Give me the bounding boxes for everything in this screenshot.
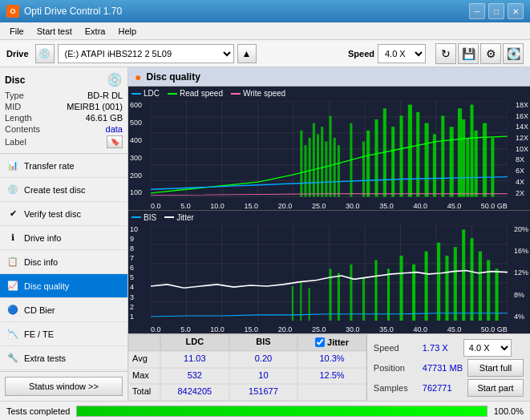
nav-label-verify-test-disc: Verify test disc [24,209,81,219]
sidebar-item-disc-quality[interactable]: 📈 Disc quality [0,274,127,298]
status-window-button[interactable]: Status window >> [5,377,123,396]
read-legend-line [168,93,177,95]
stats-max-jitter: 12.5% [297,368,366,385]
drive-icon: 💿 [35,44,55,63]
sidebar-item-extra-tests[interactable]: 🔧 Extra tests [0,346,127,370]
legend-ldc-label: LDC [144,89,160,98]
speed-row-select[interactable]: 4.0 X [463,339,512,357]
legend-jitter-label: Jitter [176,213,194,222]
disc-icon: 💿 [107,72,123,87]
label-icon-button[interactable]: 🔖 [107,135,123,148]
refresh-button[interactable]: ↻ [435,43,456,64]
window-controls: ─ □ ✕ [469,3,524,19]
stats-avg-jitter: 10.3% [297,351,366,368]
sidebar-item-cd-bier[interactable]: 🔵 CD Bier [0,298,127,322]
svg-rect-83 [487,260,490,321]
cd-bier-icon: 🔵 [6,304,19,317]
speed-section: Speed 4.0 X [348,44,426,63]
nav-label-extra-tests: Extra tests [24,353,66,363]
svg-rect-30 [366,131,370,197]
svg-rect-36 [416,112,419,197]
start-part-button[interactable]: Start part [467,379,524,397]
stats-total-ldc: 8424205 [160,384,229,401]
nav-items: 📊 Transfer rate 💿 Create test disc ✔ Ver… [0,154,127,371]
drive-select-container: 💿 (E:) ATAPI iHBS212 2 5L09 ▲ [35,44,342,63]
save-button[interactable]: 💽 [503,43,524,64]
svg-rect-27 [338,145,340,196]
svg-rect-37 [425,123,429,197]
sidebar-item-drive-info[interactable]: ℹ Drive info [0,226,127,250]
svg-rect-77 [437,242,440,321]
sidebar-item-create-test-disc[interactable]: 💿 Create test disc [0,178,127,202]
svg-rect-31 [374,119,378,197]
close-button[interactable]: ✕ [508,3,524,19]
app-icon: O [6,5,19,18]
svg-rect-44 [470,105,473,197]
stats-max-bis: 10 [229,368,298,385]
speed-select[interactable]: 4.0 X [378,44,426,63]
jitter-label: Jitter [327,337,349,347]
sidebar: Disc 💿 Type BD-R DL MID MEIRB1 (001) Len… [0,67,128,401]
bottom-chart-y-right: 20% 16% 12% 8% 4% [514,225,528,321]
svg-rect-46 [483,123,487,197]
position-label: Position [374,363,418,373]
svg-rect-45 [475,131,478,197]
svg-rect-82 [479,251,482,321]
sidebar-item-transfer-rate[interactable]: 📊 Transfer rate [0,154,127,178]
stats-right-panel: Speed 1.73 X 4.0 X Position 47731 MB Sta… [367,334,530,401]
svg-rect-81 [470,238,473,321]
disc-quality-header: ● Disc quality [128,67,530,87]
svg-rect-18 [300,131,302,197]
bottom-chart: BIS Jitter 10 9 8 7 6 5 4 [128,210,530,334]
disc-info-icon: 📋 [6,256,19,269]
sidebar-item-verify-test-disc[interactable]: ✔ Verify test disc [0,202,127,226]
nav-label-disc-quality: Disc quality [24,281,69,291]
verify-test-disc-icon: ✔ [6,208,19,220]
progress-text: 100.0% [494,406,524,416]
svg-rect-20 [309,138,311,197]
menu-help[interactable]: Help [111,25,143,38]
right-panel: ● Disc quality LDC Read speed [128,67,530,401]
nav-label-fe-te: FE / TE [24,329,54,339]
svg-rect-29 [362,142,365,197]
top-chart: LDC Read speed Write speed 600 500 [128,87,530,210]
minimize-button[interactable]: ─ [469,3,485,19]
stats-avg-bis: 0.20 [229,351,298,368]
top-chart-svg [151,101,508,197]
media-button[interactable]: 💾 [458,43,479,64]
svg-rect-22 [317,134,319,196]
top-chart-y-right: 18X 16X 14X 12X 10X 8X 6X 4X 2X [516,101,528,197]
menu-file[interactable]: File [3,25,30,38]
sidebar-item-fe-te[interactable]: 📉 FE / TE [0,322,127,346]
svg-rect-33 [391,127,394,196]
stats-avg-ldc: 11.03 [160,351,229,368]
svg-rect-25 [330,115,332,196]
disc-label-row: Label 🔖 [5,135,123,148]
sidebar-item-disc-info[interactable]: 📋 Disc info [0,250,127,274]
stats-label-avg: Avg [128,351,160,368]
svg-rect-72 [374,260,377,321]
status-btn-container: Status window >> [0,371,127,401]
bottom-chart-legend: BIS Jitter [131,213,194,222]
progress-bar-container [76,406,487,417]
bottom-chart-x-axis: 0.0 5.0 10.0 15.0 20.0 25.0 30.0 35.0 40… [151,325,508,333]
stats-bottom-bar: LDC BIS Jitter Avg 11.03 0.20 10.3% Max … [128,333,530,401]
bottom-chart-y-left: 10 9 8 7 6 5 4 3 2 1 [130,225,138,321]
speed-row-label: Speed [374,343,418,353]
create-test-disc-icon: 💿 [6,184,19,196]
disc-type-value: BD-R DL [87,91,123,100]
menu-extra[interactable]: Extra [79,25,112,38]
menu-start-test[interactable]: Start test [30,25,79,38]
settings-button[interactable]: ⚙ [480,43,501,64]
position-row: Position 47731 MB Start full [374,359,524,377]
menu-bar: File Start test Extra Help [0,22,530,40]
eject-button[interactable]: ▲ [237,44,257,63]
svg-rect-73 [387,269,390,321]
svg-rect-43 [466,138,469,197]
stats-header-jitter: Jitter [297,334,366,351]
start-full-button[interactable]: Start full [467,359,524,377]
maximize-button[interactable]: □ [488,3,504,19]
speed-row: Speed 1.73 X 4.0 X [374,339,524,357]
drive-select[interactable]: (E:) ATAPI iHBS212 2 5L09 [58,44,234,63]
jitter-checkbox[interactable] [315,337,325,347]
